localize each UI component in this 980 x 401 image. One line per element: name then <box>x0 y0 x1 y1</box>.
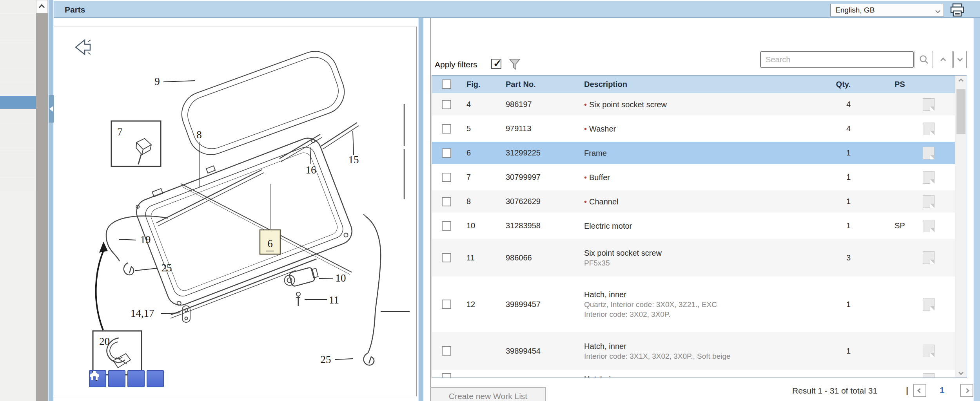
apply-filters-checkbox[interactable] <box>491 59 501 69</box>
note-icon[interactable] <box>923 123 935 135</box>
cell-description: •Channel <box>584 197 811 207</box>
sidebar-item[interactable] <box>0 164 36 177</box>
row-checkbox[interactable] <box>442 221 451 231</box>
note-icon[interactable] <box>923 195 935 208</box>
note-icon[interactable] <box>923 220 935 232</box>
diagram-callout-16[interactable]: 16 <box>306 164 316 176</box>
chevron-down-icon <box>958 370 964 375</box>
zoom-in-button[interactable] <box>108 370 125 387</box>
sidebar-item[interactable] <box>0 69 36 81</box>
sidebar-item[interactable] <box>0 151 36 164</box>
table-row[interactable]: 5979113•Washer4 <box>432 117 967 140</box>
diagram-callout-25[interactable]: 25 <box>321 354 331 365</box>
left-panel-splitter[interactable] <box>48 0 54 401</box>
table-row[interactable]: 39899454Hatch, innerInterior code: 3X1X,… <box>432 332 967 370</box>
zoom-out-button[interactable] <box>127 370 145 387</box>
sidebar-item[interactable] <box>0 27 36 40</box>
diagram-callout-10[interactable]: 10 <box>336 272 346 284</box>
row-checkbox[interactable] <box>442 197 451 206</box>
cell-part-no: 39899454 <box>506 347 541 356</box>
sidebar-item[interactable] <box>0 55 36 68</box>
table-scroll-down-button[interactable] <box>955 367 967 378</box>
table-row[interactable]: 631299225Frame1 <box>432 142 967 164</box>
table-scroll-thumb[interactable] <box>956 89 965 134</box>
note-icon[interactable] <box>923 147 935 159</box>
diagram-callout-11[interactable]: 11 <box>329 294 339 306</box>
page-prev-button[interactable] <box>913 384 926 397</box>
triangle-left-icon <box>49 106 53 112</box>
diagram-callout-15[interactable]: 15 <box>348 154 359 166</box>
create-worklist-button[interactable]: Create new Work List <box>430 387 546 401</box>
note-icon[interactable] <box>923 98 935 111</box>
cell-fig: 7 <box>466 173 471 182</box>
cell-description: Hatch, innerQuartz, Interior code: 3X0X,… <box>584 289 811 319</box>
page-next-button[interactable] <box>960 384 973 397</box>
row-checkbox[interactable] <box>442 148 451 158</box>
sidebar-item[interactable] <box>0 137 36 150</box>
current-page-number[interactable]: 1 <box>940 385 944 396</box>
language-select[interactable]: English, GB <box>830 4 944 16</box>
cell-fig: 8 <box>466 197 471 206</box>
chevron-down-icon <box>935 8 940 13</box>
print-button[interactable] <box>949 3 965 17</box>
diagram-callout-19[interactable]: 19 <box>140 234 151 246</box>
sidebar-scrollbar[interactable] <box>36 0 48 401</box>
table-header: Fig. Part No. Description Qty. PS <box>432 76 967 93</box>
search-prev-button[interactable] <box>934 51 953 68</box>
row-checkbox[interactable] <box>442 373 451 378</box>
sidebar-item[interactable] <box>0 82 36 95</box>
diagram-callout-20[interactable]: 20 <box>99 336 110 347</box>
right-panel-splitter[interactable] <box>418 18 424 401</box>
row-checkbox[interactable] <box>442 253 451 262</box>
note-icon[interactable] <box>923 251 935 264</box>
diagram-panel: 9781615192514,17610112520 <box>54 27 417 396</box>
header-description[interactable]: Description <box>584 80 627 89</box>
table-row[interactable]: 4986197•Six point socket screw4 <box>432 93 967 116</box>
diagram-callout-14-17[interactable]: 14,17 <box>131 307 154 319</box>
table-row[interactable]: 11986066Six point socket screwPF5x353 <box>432 239 967 276</box>
diagram-callout-7[interactable]: 7 <box>117 126 123 138</box>
table-row[interactable]: 730799997•Buffer1 <box>432 166 967 188</box>
table-row[interactable]: 1031283958Electric motor1SP <box>432 215 967 237</box>
diagram-callout-6[interactable]: 6 <box>267 238 273 249</box>
table-scrollbar[interactable] <box>955 76 967 378</box>
note-icon[interactable] <box>923 345 935 357</box>
sidebar-item[interactable] <box>0 14 36 27</box>
diagram-callout-8[interactable]: 8 <box>196 129 202 141</box>
row-checkbox[interactable] <box>442 346 451 356</box>
row-checkbox[interactable] <box>442 300 451 309</box>
search-next-button[interactable] <box>953 51 967 68</box>
header-qty[interactable]: Qty. <box>827 80 851 89</box>
row-checkbox[interactable] <box>442 124 451 134</box>
filter-funnel-icon[interactable] <box>508 58 521 73</box>
result-count-label: Result 1 - 31 of total 31 <box>792 386 877 396</box>
sidebar-item[interactable] <box>0 0 36 13</box>
sidebar-item[interactable] <box>0 41 36 54</box>
note-icon[interactable] <box>923 373 935 378</box>
language-value: English, GB <box>835 6 875 14</box>
sidebar-item[interactable] <box>0 123 36 136</box>
printer-icon <box>949 3 965 17</box>
header-ps[interactable]: PS <box>895 80 905 89</box>
sidebar-item[interactable] <box>0 178 36 191</box>
search-input[interactable] <box>760 51 914 68</box>
sidebar-item[interactable] <box>0 110 36 123</box>
row-checkbox[interactable] <box>442 100 451 109</box>
sidebar-item[interactable] <box>0 96 36 109</box>
note-icon[interactable] <box>923 171 935 184</box>
diagram-callout-9[interactable]: 9 <box>154 76 160 87</box>
home-view-button[interactable] <box>147 370 164 387</box>
table-row[interactable]: 1239899457Hatch, innerQuartz, Interior c… <box>432 278 967 330</box>
diagram-callout-25[interactable]: 25 <box>162 262 172 274</box>
table-row[interactable]: 830762629•Channel1 <box>432 190 967 213</box>
select-all-checkbox[interactable] <box>442 79 451 89</box>
row-checkbox[interactable] <box>442 173 451 182</box>
chevron-down-icon <box>957 56 963 61</box>
table-row[interactable]: Hatch, inner <box>432 372 967 378</box>
sidebar-scroll-up-button[interactable] <box>36 0 48 13</box>
header-fig[interactable]: Fig. <box>466 80 481 89</box>
note-icon[interactable] <box>923 298 935 311</box>
table-scroll-up-button[interactable] <box>955 76 967 86</box>
header-part-no[interactable]: Part No. <box>506 80 536 89</box>
search-button[interactable] <box>915 51 933 68</box>
